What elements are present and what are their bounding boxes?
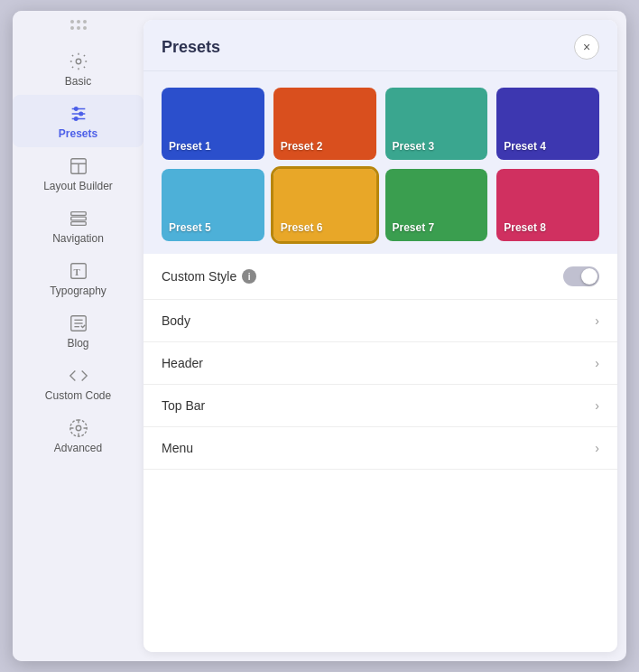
chevron-right-icon: ›: [595, 398, 599, 413]
preset-label-4: Preset 4: [504, 140, 546, 153]
custom-style-row: Custom Style i: [144, 254, 617, 300]
info-icon[interactable]: i: [242, 269, 256, 284]
accordion-row-body[interactable]: Body›: [144, 300, 617, 342]
close-button[interactable]: ×: [574, 34, 599, 60]
chevron-right-icon: ›: [595, 441, 599, 455]
panel-title: Presets: [162, 38, 220, 57]
panel-header: Presets ×: [144, 20, 617, 71]
accordion-row-label: Menu: [162, 441, 193, 455]
advanced-icon: [69, 418, 88, 438]
svg-rect-10: [70, 212, 86, 216]
accordion-row-label: Body: [162, 313, 190, 328]
type-icon: T: [69, 261, 88, 281]
sidebar-item-blog[interactable]: Blog: [13, 304, 144, 357]
preset-card-6[interactable]: Preset 6: [273, 169, 376, 241]
preset-label-6: Preset 6: [281, 221, 323, 234]
sidebar-item-navigation-label: Navigation: [52, 232, 104, 245]
preset-label-1: Preset 1: [169, 140, 211, 153]
gear-icon: [69, 51, 88, 71]
blog-icon: [69, 313, 88, 333]
preset-card-7[interactable]: Preset 7: [385, 169, 488, 241]
custom-style-label: Custom Style i: [162, 269, 256, 284]
accordion-row-label: Header: [162, 356, 203, 370]
sidebar-item-basic-label: Basic: [65, 75, 91, 88]
sidebar-item-custom-code[interactable]: Custom Code: [13, 357, 144, 409]
sidebar-item-layout-builder-label: Layout Builder: [43, 180, 113, 192]
preset-label-2: Preset 2: [281, 140, 323, 153]
preset-label-5: Preset 5: [169, 221, 211, 234]
svg-point-4: [74, 107, 78, 111]
sidebar: Basic Presets Layout Builder: [13, 11, 144, 661]
accordion-row-top-bar[interactable]: Top Bar›: [144, 385, 617, 427]
sliders-icon: [69, 104, 88, 124]
sidebar-item-custom-code-label: Custom Code: [45, 389, 111, 402]
chevron-right-icon: ›: [595, 313, 599, 328]
sidebar-item-advanced-label: Advanced: [54, 442, 102, 454]
preset-label-7: Preset 7: [393, 221, 435, 234]
bottom-space: [144, 476, 617, 652]
code-icon: [69, 366, 88, 386]
chevron-right-icon: ›: [595, 356, 599, 370]
custom-style-toggle[interactable]: [563, 266, 599, 286]
preset-card-5[interactable]: Preset 5: [162, 169, 264, 241]
toggle-knob: [581, 268, 597, 285]
presets-grid: Preset 1Preset 2Preset 3Preset 4Preset 5…: [162, 88, 599, 241]
svg-point-19: [76, 425, 81, 431]
preset-label-3: Preset 3: [393, 140, 435, 153]
svg-point-6: [74, 117, 78, 121]
layout-icon: [69, 156, 88, 176]
accordion-row-menu[interactable]: Menu›: [144, 427, 617, 470]
custom-style-text: Custom Style: [162, 269, 236, 284]
preset-label-8: Preset 8: [504, 221, 546, 234]
svg-rect-12: [70, 222, 86, 226]
drag-handle: [70, 20, 87, 30]
sidebar-item-navigation[interactable]: Navigation: [13, 200, 144, 252]
sidebar-item-presets-label: Presets: [59, 127, 97, 140]
sidebar-item-blog-label: Blog: [67, 337, 88, 350]
sidebar-item-typography-label: Typography: [50, 285, 106, 297]
sidebar-item-presets[interactable]: Presets: [13, 95, 144, 147]
preset-card-1[interactable]: Preset 1: [162, 88, 264, 160]
preset-card-2[interactable]: Preset 2: [273, 88, 376, 160]
accordion-row-header[interactable]: Header›: [144, 342, 617, 385]
svg-point-0: [76, 59, 81, 64]
preset-card-8[interactable]: Preset 8: [496, 169, 599, 241]
sidebar-item-basic[interactable]: Basic: [13, 42, 144, 95]
sidebar-item-typography[interactable]: T Typography: [13, 252, 144, 304]
sidebar-item-layout-builder[interactable]: Layout Builder: [13, 147, 144, 200]
accordion-row-footer[interactable]: Footer›: [144, 470, 617, 476]
svg-rect-11: [70, 217, 86, 220]
svg-point-5: [79, 112, 82, 116]
preset-card-3[interactable]: Preset 3: [385, 88, 488, 160]
accordion-list: Body›Header›Top Bar›Menu›Footer›: [144, 300, 617, 476]
app-container: Basic Presets Layout Builder: [13, 11, 626, 661]
accordion-row-label: Top Bar: [162, 398, 205, 413]
preset-card-4[interactable]: Preset 4: [496, 88, 599, 160]
sidebar-item-advanced[interactable]: Advanced: [13, 409, 144, 462]
main-panel: Presets × Preset 1Preset 2Preset 3Preset…: [144, 20, 617, 652]
nav-icon: [69, 209, 88, 229]
svg-text:T: T: [73, 266, 80, 277]
presets-section: Preset 1Preset 2Preset 3Preset 4Preset 5…: [144, 71, 617, 254]
